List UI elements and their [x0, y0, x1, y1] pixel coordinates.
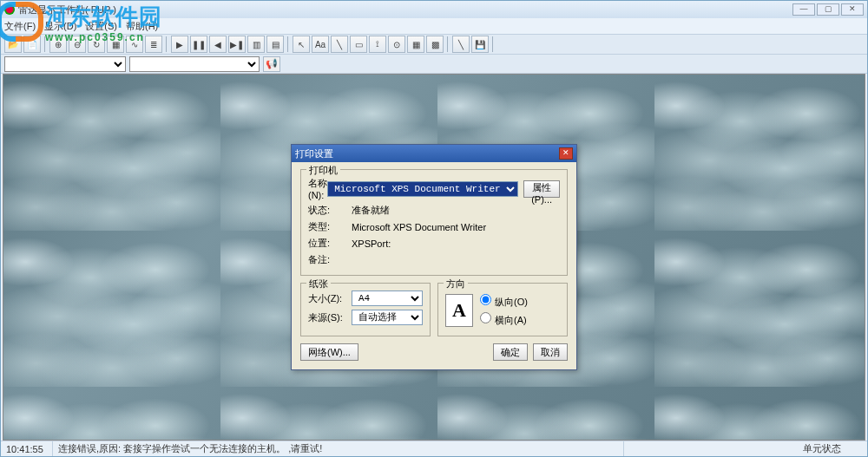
status-time: 10:41:55 — [1, 441, 53, 456]
printer-status-value: 准备就绪 — [352, 204, 560, 217]
tool-rect-icon[interactable]: ▭ — [350, 36, 367, 53]
printer-name-select[interactable]: Microsoft XPS Document Writer — [327, 181, 518, 197]
orientation-portrait-radio[interactable]: 纵向(O) — [480, 294, 528, 309]
tool-play-icon[interactable]: ▶ — [171, 36, 188, 53]
cancel-button[interactable]: 取消 — [533, 343, 568, 361]
combo-2[interactable] — [129, 56, 260, 72]
tool-docprev-icon[interactable]: ▦ — [107, 36, 124, 53]
tool-next-icon[interactable]: ▶❚ — [228, 36, 246, 53]
window-title: 雷达显示工作站( PUP ) — [18, 3, 116, 16]
app-icon — [4, 4, 15, 15]
dialog-titlebar[interactable]: 打印设置 ✕ — [292, 145, 576, 162]
menu-help[interactable]: 帮助(H) — [126, 20, 158, 33]
speaker-icon[interactable]: 📢 — [263, 56, 280, 72]
printer-type-value: Microsoft XPS Document Writer — [352, 222, 560, 232]
orientation-landscape-radio[interactable]: 横向(A) — [480, 312, 528, 327]
tool-text-icon[interactable]: Aa — [312, 36, 329, 53]
tool-open-icon[interactable]: 📂 — [4, 36, 22, 53]
print-setup-dialog: 打印设置 ✕ 打印机 名称(N): Microsoft XPS Document… — [291, 144, 577, 370]
menubar: 文件(F) 显示(D) 设置(S) 帮助(H) — [1, 18, 867, 34]
paper-size-label: 大小(Z): — [308, 292, 352, 305]
close-button[interactable]: ✕ — [841, 3, 864, 16]
printer-where-label: 位置: — [308, 237, 352, 250]
printer-legend: 打印机 — [306, 164, 340, 177]
printer-comment-label: 备注: — [308, 253, 352, 266]
paper-group: 纸张 大小(Z): A4 来源(S): 自动选择 — [300, 283, 431, 336]
tool-chart-icon[interactable]: ≣ — [145, 36, 162, 53]
printer-type-label: 类型: — [308, 220, 352, 233]
dialog-close-button[interactable]: ✕ — [559, 147, 573, 160]
menu-display[interactable]: 显示(D) — [44, 20, 76, 33]
network-button[interactable]: 网络(W)... — [300, 343, 358, 361]
orientation-preview-icon: A — [445, 294, 473, 327]
tool-line-icon[interactable]: ╲ — [331, 36, 348, 53]
tool-refresh-icon[interactable]: ↻ — [88, 36, 105, 53]
status-message: 连接错误,原因: 套接字操作尝试一个无法连接的主机。 ,请重试! — [53, 441, 624, 456]
menu-file[interactable]: 文件(F) — [4, 20, 36, 33]
menu-settings[interactable]: 设置(S) — [85, 20, 117, 33]
orientation-group: 方向 A 纵向(O) 横向(A) — [437, 283, 568, 336]
tool-prev-icon[interactable]: ◀ — [209, 36, 227, 53]
printer-name-label: 名称(N): — [308, 177, 327, 200]
printer-group: 打印机 名称(N): Microsoft XPS Document Writer… — [300, 169, 568, 276]
tool-overlay-icon[interactable]: ▩ — [426, 36, 444, 53]
printer-properties-button[interactable]: 属性(P)... — [523, 180, 560, 198]
toolbar: 📂 📄 ⊕ ⊖ ↻ ▦ ∿ ≣ ▶ ❚❚ ◀ ▶❚ ▥ ▤ ↖ Aa ╲ ▭ ⟟… — [1, 34, 867, 55]
status-unit: 单元状态 — [798, 441, 867, 456]
tool-layers-icon[interactable]: ▦ — [407, 36, 424, 53]
tool-line2-icon[interactable]: ╲ — [452, 36, 470, 53]
tool-zoomin-icon[interactable]: ⊕ — [49, 36, 67, 53]
dialog-title: 打印设置 — [295, 147, 333, 160]
paper-source-label: 来源(S): — [308, 311, 352, 324]
tool-target-icon[interactable]: ⊙ — [388, 36, 405, 53]
paper-source-select[interactable]: 自动选择 — [352, 310, 423, 325]
ok-button[interactable]: 确定 — [493, 343, 528, 361]
paper-size-select[interactable]: A4 — [352, 291, 423, 306]
printer-where-value: XPSPort: — [352, 238, 560, 249]
paper-legend: 纸张 — [306, 277, 331, 291]
tool-save-icon[interactable]: 💾 — [471, 36, 489, 53]
titlebar[interactable]: 雷达显示工作站( PUP ) — ▢ ✕ — [1, 1, 867, 18]
orientation-legend: 方向 — [444, 277, 468, 291]
tool-zoomout-icon[interactable]: ⊖ — [69, 36, 86, 53]
tool-wave-icon[interactable]: ∿ — [126, 36, 143, 53]
printer-status-label: 状态: — [308, 204, 352, 217]
tool-grid2-icon[interactable]: ▤ — [266, 36, 284, 53]
statusbar: 10:41:55 连接错误,原因: 套接字操作尝试一个无法连接的主机。 ,请重试… — [1, 441, 867, 456]
toolbar-secondary: 📢 — [1, 55, 867, 74]
tool-pause-icon[interactable]: ❚❚ — [190, 36, 207, 53]
combo-1[interactable] — [4, 56, 126, 72]
tool-pointer-icon[interactable]: ↖ — [293, 36, 310, 53]
tool-grid1-icon[interactable]: ▥ — [247, 36, 265, 53]
tool-measure-icon[interactable]: ⟟ — [369, 36, 386, 53]
minimize-button[interactable]: — — [792, 3, 815, 16]
maximize-button[interactable]: ▢ — [817, 3, 839, 16]
tool-file-icon[interactable]: 📄 — [23, 36, 41, 53]
